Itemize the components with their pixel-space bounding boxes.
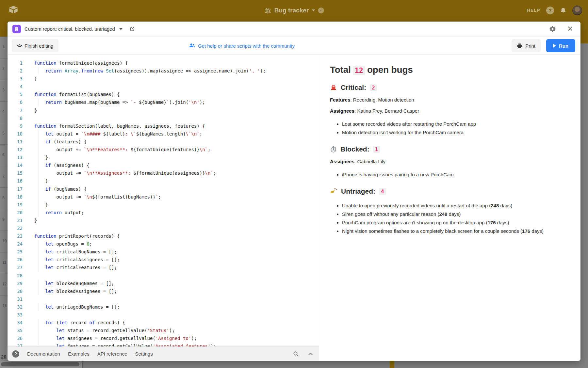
code-line: 25 let criticalBugNames = []; <box>8 248 319 256</box>
code-line: 14 if (assignees) { <box>8 161 319 169</box>
community-help-link[interactable]: Get help or share scripts with the commu… <box>189 37 295 55</box>
code-line: 9function formatSection(label, bugNames,… <box>8 122 319 130</box>
hscrollbar-thumb[interactable] <box>1 362 79 366</box>
line-number: 36 <box>8 334 23 342</box>
notifications-bell-icon[interactable] <box>560 7 566 14</box>
line-number: 2 <box>8 67 23 75</box>
background-right <box>580 43 588 368</box>
close-icon[interactable]: ✕ <box>567 25 573 33</box>
code-line: 27 let criticalFeatures = []; <box>8 264 319 271</box>
line-number: 1 <box>8 59 23 67</box>
background-grid-row: 3 <box>0 80 8 101</box>
airtable-logo[interactable] <box>8 6 18 15</box>
line-number: 25 <box>8 248 23 256</box>
script-block-modal: Custom report: critical, blocked, untria… <box>8 22 580 361</box>
footer-link-settings[interactable]: Settings <box>135 351 153 357</box>
editor-footer: ? Documentation Examples API reference S… <box>8 346 319 361</box>
background-grid-row: 13 <box>0 295 8 317</box>
settings-gear-icon[interactable] <box>549 26 556 32</box>
block-title-dropdown-icon[interactable] <box>119 28 122 30</box>
blocked-count-badge: 1 <box>373 146 380 153</box>
report-section-critical: Critical: 2 Features: Recording, Motion … <box>330 84 571 137</box>
background-hscrollbar[interactable] <box>0 361 83 368</box>
report-bullet: Siren goes off without any particular re… <box>342 210 571 218</box>
report-bullet: PorchCam program options aren't showing … <box>342 218 571 227</box>
code-line: 34 for (let record of records) { <box>8 319 319 327</box>
background-grid-row: 7 <box>0 166 8 187</box>
chevron-down-icon <box>312 9 315 11</box>
line-number: 7 <box>8 106 23 114</box>
code-line: 3} <box>8 75 319 83</box>
line-number: 6 <box>8 98 23 106</box>
code-line: 8 <box>8 114 319 122</box>
code-line: 22 <box>8 224 319 232</box>
line-number: 24 <box>8 240 23 248</box>
help-menu[interactable]: HELP <box>527 8 540 13</box>
play-icon <box>553 44 556 48</box>
footer-link-documentation[interactable]: Documentation <box>27 351 60 357</box>
report-field: Features: Recording, Motion detection <box>330 97 571 103</box>
line-number: 16 <box>8 177 23 185</box>
footer-link-examples[interactable]: Examples <box>68 351 90 357</box>
code-line: 32 let untriagedBugNames = []; <box>8 303 319 311</box>
base-switcher[interactable]: Bug tracker i <box>264 0 324 21</box>
code-line: 11 if (features) { <box>8 138 319 146</box>
background-grid-row: 12 <box>0 274 8 295</box>
line-number: 35 <box>8 327 23 334</box>
run-button[interactable]: Run <box>546 39 575 52</box>
help-question-icon[interactable]: ? <box>12 350 19 358</box>
stopwatch-icon <box>330 146 337 153</box>
code-line: 31 <box>8 295 319 303</box>
script-output-pane[interactable]: Total12open bugs Critical: 2 Features: R… <box>319 55 580 361</box>
block-toolbar: <> Finish editing Get help or share scri… <box>8 37 580 55</box>
background-grid-row: 6 <box>0 144 8 166</box>
search-icon[interactable] <box>293 351 299 357</box>
print-button[interactable]: Print <box>512 39 541 52</box>
scripting-block-icon <box>12 25 21 33</box>
line-number: 5 <box>8 90 23 98</box>
user-avatar[interactable] <box>572 6 582 15</box>
printer-icon <box>517 43 522 49</box>
background-grid-row: 4 <box>0 101 8 123</box>
line-number: 15 <box>8 169 23 177</box>
line-number: 4 <box>8 83 23 90</box>
code-line: 13 } <box>8 153 319 161</box>
code-line: 2 return Array.from(new Set(assignees)).… <box>8 67 319 75</box>
background-summary-cell <box>390 361 394 368</box>
info-icon[interactable]: i <box>318 8 324 13</box>
help-icon[interactable]: ? <box>546 7 554 14</box>
code-line: 7} <box>8 106 319 114</box>
footer-link-api-reference[interactable]: API reference <box>97 351 127 357</box>
code-brackets-icon: <> <box>17 43 22 49</box>
finish-editing-button[interactable]: <> Finish editing <box>12 39 58 52</box>
app-title: Bug tracker <box>274 7 309 14</box>
code-line: 10 let output = `\n#### ${label}: \`${bu… <box>8 130 319 138</box>
report-bullet: Night vision sometimes flashes to a comp… <box>342 227 571 235</box>
line-number: 9 <box>8 122 23 130</box>
line-number: 27 <box>8 264 23 271</box>
code-line: 35 let status = record.getCellValue('Sta… <box>8 327 319 334</box>
critical-count-badge: 2 <box>370 84 377 91</box>
line-number: 30 <box>8 287 23 295</box>
report-field: Assignees: Katina Frey, Bernard Casper <box>330 108 571 114</box>
blocked-heading: Blocked: 1 <box>330 145 571 153</box>
line-number: 21 <box>8 216 23 224</box>
code-line: 30 let blockedAssignees = []; <box>8 287 319 295</box>
line-number: 29 <box>8 280 23 287</box>
open-external-icon[interactable] <box>129 26 135 32</box>
modal-header: Custom report: critical, blocked, untria… <box>8 22 580 37</box>
code-line: 28 <box>8 272 319 280</box>
background-grid-row: 5 <box>0 123 8 144</box>
code-line: 16 } <box>8 177 319 185</box>
line-number: 28 <box>8 272 23 280</box>
line-number: 8 <box>8 114 23 122</box>
script-editor-pane: 1function formatUnique(assignees) {2 ret… <box>8 55 319 361</box>
line-number: 34 <box>8 319 23 327</box>
background-grid-row: 8 <box>0 187 8 209</box>
code-editor[interactable]: 1function formatUnique(assignees) {2 ret… <box>8 55 319 346</box>
line-number: 26 <box>8 256 23 264</box>
app-topbar: Bug tracker i HELP ? <box>0 0 588 21</box>
block-title: Custom report: critical, blocked, untria… <box>24 26 115 32</box>
line-number: 3 <box>8 75 23 83</box>
collapse-chevron-up-icon[interactable] <box>308 352 313 356</box>
